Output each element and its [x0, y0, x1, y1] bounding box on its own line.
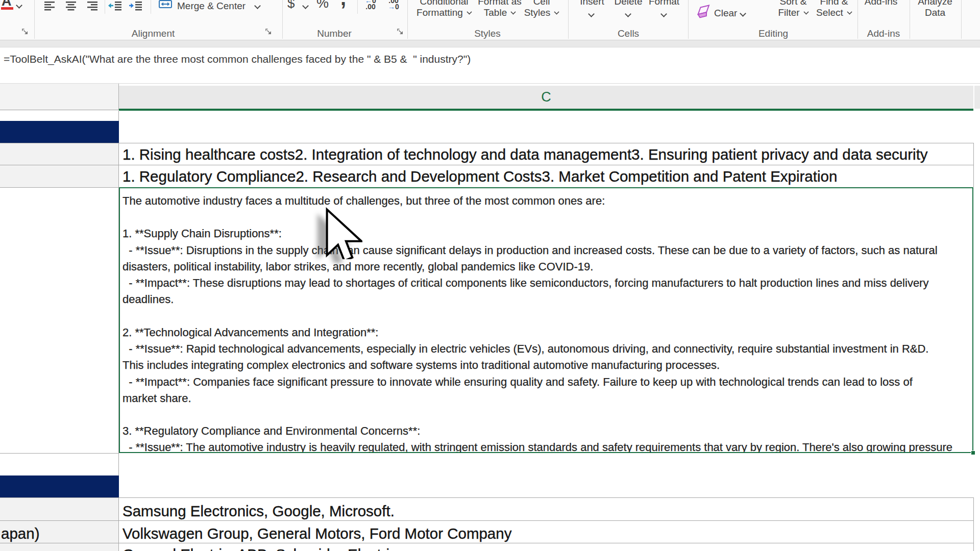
formula-bar[interactable]: =ToolBelt_AskAI("What are the three most…	[0, 47, 980, 83]
find-select-button-line2[interactable]: Select	[813, 7, 855, 18]
column-header-c-label: C	[541, 89, 551, 105]
alignment-group-label: Alignment	[122, 28, 184, 39]
group-divider	[961, 0, 962, 39]
merge-center-icon[interactable]	[159, 0, 172, 10]
font-color-chevron-icon[interactable]	[16, 2, 22, 9]
merge-center-chevron-icon[interactable]	[254, 3, 261, 9]
separator	[151, 0, 151, 14]
number-dialog-launcher-icon[interactable]	[397, 28, 404, 36]
column-header-c[interactable]: C	[119, 86, 973, 109]
align-center-icon[interactable]	[66, 1, 77, 11]
group-divider	[407, 0, 408, 39]
format-button[interactable]: Format	[646, 0, 682, 7]
cell-styles-button[interactable]: Cell	[522, 0, 561, 7]
cell-b4[interactable]	[0, 143, 118, 165]
clear-eraser-icon[interactable]	[695, 4, 714, 21]
excel-window: A Merge & Center Alignment $ % , ←0.00 .…	[0, 0, 980, 551]
cell-c6-line: disasters, political instability, labor …	[122, 260, 593, 273]
cell-b8-navy[interactable]	[0, 475, 119, 497]
group-divider	[568, 0, 569, 39]
font-dialog-launcher-icon[interactable]	[21, 28, 29, 36]
decrease-indent-icon[interactable]	[108, 1, 122, 11]
format-chevron-icon[interactable]	[660, 11, 667, 17]
sort-filter-button[interactable]: Sort &	[773, 0, 814, 7]
column-header-d-sliver[interactable]	[974, 86, 980, 109]
group-divider	[282, 0, 283, 39]
cell-styles-button-line2[interactable]: Styles	[522, 7, 561, 18]
gridline	[0, 165, 973, 165]
add-ins-button[interactable]: Add-ins	[861, 0, 901, 7]
sort-filter-button-line2[interactable]: Filter	[773, 7, 814, 18]
clear-chevron-icon[interactable]	[740, 10, 746, 17]
cell-c9-text[interactable]: Samsung Electronics, Google, Microsoft.	[122, 503, 395, 520]
alignment-dialog-launcher-icon[interactable]	[265, 28, 273, 36]
cell-c4-text[interactable]: 1. Rising healthcare costs2. Integration…	[122, 146, 928, 163]
gridline	[0, 520, 973, 521]
insert-chevron-icon[interactable]	[588, 11, 595, 17]
cell-b5[interactable]	[0, 165, 118, 187]
separator	[105, 0, 105, 14]
cell-b10-text[interactable]: apan)	[1, 525, 39, 542]
format-as-table-button[interactable]: Format as	[478, 0, 522, 7]
cell-c5-text[interactable]: 1. Regulatory Compliance2. Research and …	[122, 168, 837, 185]
column-header-b[interactable]	[0, 84, 118, 110]
increase-decimal-button[interactable]: .00→0	[383, 0, 404, 10]
cell-c6-line: market share.	[122, 392, 191, 405]
conditional-formatting-button-line2[interactable]: Formatting	[412, 7, 476, 18]
analyze-data-button[interactable]: Analyze	[911, 0, 959, 7]
fill-handle[interactable]	[971, 450, 975, 455]
ribbon-gap-band	[0, 40, 980, 47]
insert-button[interactable]: Insert	[576, 0, 608, 7]
gridline	[0, 187, 119, 188]
styles-group-label: Styles	[457, 28, 518, 39]
cell-b9[interactable]	[0, 497, 118, 520]
group-divider	[910, 0, 910, 39]
cell-styles-chevron-icon	[554, 9, 559, 14]
separator	[357, 0, 358, 14]
column-header-c-selection-bar	[119, 109, 973, 111]
analyze-data-button-line2[interactable]: Data	[911, 7, 959, 18]
find-select-chevron-icon	[847, 9, 852, 14]
format-as-table-chevron-icon	[511, 9, 516, 14]
font-color-red-bar	[1, 7, 13, 10]
clear-button[interactable]: Clear	[714, 8, 737, 19]
decrease-decimal-button[interactable]: ←0.00	[360, 0, 381, 10]
cell-c10-text[interactable]: Volkswagen Group, General Motors, Ford M…	[122, 525, 511, 542]
align-right-icon[interactable]	[87, 1, 99, 11]
merge-center-button[interactable]: Merge & Center	[177, 1, 246, 12]
currency-format-button[interactable]: $	[287, 0, 295, 11]
find-select-button[interactable]: Find &	[813, 0, 855, 7]
cell-c6-line: - **Impact**: Companies face significant…	[122, 375, 913, 389]
cell-b11[interactable]	[0, 543, 118, 551]
sort-filter-chevron-icon	[803, 9, 808, 14]
delete-chevron-icon[interactable]	[625, 11, 631, 17]
percent-style-button[interactable]: %	[316, 0, 329, 11]
cell-c6-line: - **Issue**: Disruptions in the supply c…	[122, 244, 938, 257]
group-divider	[34, 0, 35, 39]
cell-b2-navy[interactable]	[0, 121, 119, 143]
currency-chevron-icon[interactable]	[302, 3, 309, 9]
number-group-label: Number	[304, 28, 365, 39]
cell-c6-line: 3. **Regulatory Compliance and Environme…	[122, 424, 420, 438]
align-left-icon[interactable]	[44, 1, 56, 11]
gridline	[973, 497, 974, 551]
cell-c11-text[interactable]: General Electric, ABB, Schneider Electri…	[122, 546, 397, 551]
conditional-formatting-button[interactable]: Conditional	[412, 0, 476, 7]
ribbon: A Merge & Center Alignment $ % , ←0.00 .…	[0, 0, 980, 40]
gridline	[0, 453, 119, 454]
gridline	[973, 143, 974, 187]
comma-style-button[interactable]: ,	[340, 0, 346, 10]
increase-decimal-arrow-icon: →	[388, 3, 395, 11]
cell-c6-line: 2. **Technological Advancements and Inte…	[122, 326, 378, 339]
cell-c6-line: deadlines.	[122, 293, 174, 306]
conditional-formatting-chevron-icon	[467, 9, 472, 14]
cell-c6-line: - **Impact**: These disruptions may lead…	[122, 277, 928, 290]
cell-c6-line: This includes integrating complex electr…	[122, 359, 720, 372]
cell-c6-line: 1. **Supply Chain Disruptions**:	[122, 227, 282, 240]
delete-button[interactable]: Delete	[611, 0, 645, 7]
group-divider	[688, 0, 689, 39]
formula-text[interactable]: =ToolBelt_AskAI("What are the three most…	[4, 53, 471, 65]
format-as-table-button-line2[interactable]: Table	[478, 7, 522, 18]
increase-indent-icon[interactable]	[129, 1, 142, 11]
gridline	[0, 497, 973, 498]
